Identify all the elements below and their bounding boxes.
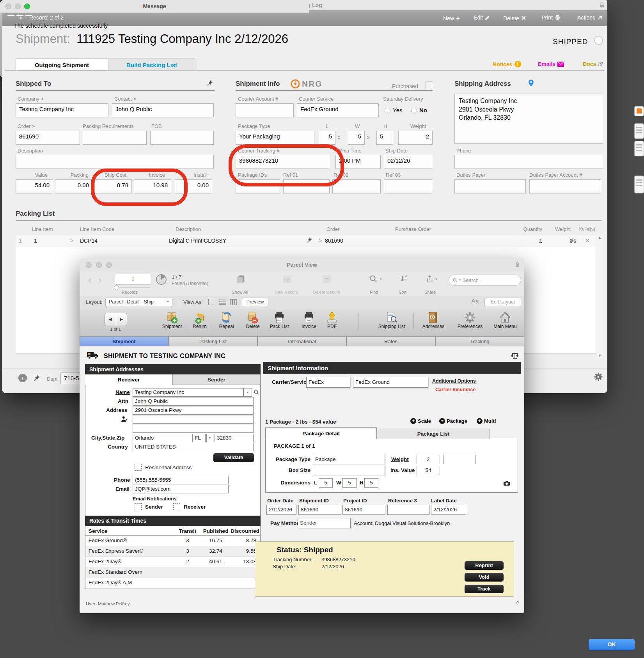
sort-caption[interactable]: Sort (399, 290, 406, 294)
fob-field[interactable] (150, 131, 214, 145)
view-list-icon[interactable] (219, 299, 226, 305)
rate-row[interactable]: FedEx Ground® 3 16.75 8.78 (85, 536, 260, 546)
duties-payer-field[interactable] (454, 179, 526, 193)
clear-all-icon[interactable]: ✕ (586, 226, 591, 232)
rate-row[interactable]: FedEx 2Day® A.M. (85, 578, 260, 588)
ship-date-field[interactable]: 02/12/26 (384, 155, 432, 169)
city-field[interactable]: Orlando (133, 434, 191, 442)
shipment-button[interactable]: Shipment (160, 311, 184, 329)
order-date-field[interactable]: 2/12/2026 (266, 505, 296, 515)
address1-field[interactable]: 2901 Osceola Pkwy (133, 406, 254, 415)
sender-tab[interactable]: Sender (173, 374, 260, 385)
tab-build-packing-list[interactable]: Build Packing List (108, 59, 195, 71)
ok-button[interactable]: OK (589, 639, 635, 650)
addresses-button[interactable]: Addresses (420, 311, 447, 329)
shipping-address-box[interactable]: Testing Company Inc 2901 Osceola Pkwy Or… (454, 94, 603, 144)
record-slider[interactable] (115, 287, 151, 288)
name-dropdown-icon[interactable]: ▾ (243, 388, 252, 397)
shipping-list-button[interactable]: Shipping List (375, 311, 408, 329)
country-field[interactable]: UNITED STATES (133, 443, 254, 451)
notify-receiver-checkbox[interactable] (173, 503, 180, 510)
weight-field[interactable]: 2 (398, 131, 433, 145)
dim-h-field[interactable]: 5 (364, 478, 378, 488)
additional-options-link[interactable]: Additional Options (432, 378, 476, 384)
info-icon[interactable]: i (18, 374, 27, 382)
state-dropdown-icon[interactable]: ▾ (206, 434, 213, 442)
pay-method-field[interactable]: Sender (298, 518, 351, 528)
ref02-field[interactable] (332, 179, 381, 193)
notices-link[interactable]: Notices! (493, 61, 521, 67)
phone-field[interactable] (454, 155, 603, 169)
new-button[interactable]: New+ (443, 14, 460, 22)
rate-row[interactable]: FedEx Standard Overn (85, 567, 260, 578)
address3-field[interactable] (133, 424, 254, 433)
parcel-tab-international[interactable]: International (257, 336, 346, 346)
sort-icon[interactable]: az (399, 275, 408, 283)
ins-value-field[interactable]: 54 (417, 466, 440, 475)
ship-time-field[interactable]: 2:00 PM (335, 155, 381, 169)
main-menu-button[interactable]: Main Menu (490, 311, 520, 329)
settings-gear-icon[interactable] (593, 372, 603, 382)
install-field[interactable]: 0.00 (175, 179, 212, 193)
parcel-tab-rates[interactable]: Rates (346, 336, 435, 346)
saturday-yes-radio[interactable] (385, 108, 390, 114)
order-field[interactable]: 861690 (16, 131, 80, 145)
repeat-button[interactable]: Repeat (215, 311, 238, 329)
print-button[interactable]: Print (541, 14, 561, 21)
share-caption[interactable]: Share (424, 290, 436, 294)
value-field[interactable]: 54.00 (16, 179, 53, 193)
format-text-icon[interactable]: Aa (471, 298, 479, 305)
search-input[interactable]: ▾ Search (449, 275, 521, 286)
notify-sender-checkbox[interactable] (135, 503, 142, 510)
return-button[interactable]: Return (188, 311, 211, 329)
find-icon[interactable] (369, 275, 378, 283)
zip-field[interactable]: 32830 (215, 434, 254, 442)
tab-outgoing-shipment[interactable]: Outgoing Shipment (16, 59, 108, 71)
record-nav-buttons[interactable]: ◀ ▶ (105, 313, 127, 326)
shipped-toggle[interactable] (594, 36, 603, 45)
attn-field[interactable]: John Q Public (133, 397, 254, 406)
new-record-icon[interactable]: + (283, 275, 291, 283)
actions-button[interactable]: Actions (575, 14, 603, 21)
carrier-insurance-link[interactable]: Carrier Insurance (435, 387, 476, 392)
view-table-icon[interactable] (230, 299, 237, 305)
packing-list-row[interactable]: 1 1 > DCP14 Digital C Print GLOSSY > 861… (16, 234, 596, 248)
receiver-tab[interactable]: Receiver (85, 374, 173, 385)
find-caption[interactable]: Find (370, 290, 378, 294)
show-all-icon[interactable] (236, 275, 246, 284)
pin-icon[interactable] (207, 80, 213, 86)
pdf-button[interactable]: PDF (322, 311, 342, 329)
rate-row[interactable]: FedEx 2Day® 2 40.61 13.08 (85, 557, 260, 568)
ship-cost-field[interactable]: 8.78 (94, 179, 132, 193)
packing-req-field[interactable] (83, 131, 147, 145)
invoice-field[interactable]: 10.98 (134, 179, 171, 193)
carrier-field[interactable]: FedEx (306, 377, 350, 388)
row-pin-icon[interactable] (306, 237, 312, 243)
package-type-field[interactable]: Your Packaging (236, 131, 314, 145)
name-search-icon[interactable] (254, 389, 259, 395)
edit-layout-button[interactable]: Edit Layout (484, 298, 521, 307)
packing-field[interactable]: 0.00 (55, 179, 92, 193)
desktop-thumbnail[interactable] (634, 123, 644, 139)
saturday-no-radio[interactable] (411, 108, 417, 114)
duties-account-field[interactable] (529, 179, 601, 193)
parcel-tab-packing-list[interactable]: Packing List (169, 336, 257, 346)
delete-record-icon[interactable]: − (323, 275, 331, 283)
rate-row[interactable]: FedEx Express Saver® 3 32.74 9.56 (85, 546, 260, 557)
courier-account-field[interactable] (236, 103, 294, 117)
add-multi-button[interactable]: +Multi (477, 418, 496, 424)
parcel-tab-shipment[interactable]: Shipment (80, 336, 169, 346)
height-field[interactable]: 5 (376, 131, 393, 145)
share-chevron-icon[interactable]: ▾ (435, 277, 437, 281)
camera-icon[interactable] (503, 481, 510, 486)
footer-pin-icon[interactable] (33, 374, 40, 381)
next-record-icon[interactable]: › (98, 275, 101, 286)
package-detail-tab[interactable]: Package Detail (265, 427, 377, 439)
courier-tracking-field[interactable]: 398688273210 (236, 155, 329, 169)
view-form-icon[interactable] (208, 299, 215, 305)
box-size-field[interactable] (313, 466, 385, 475)
row-delete-icon[interactable]: ✕ (585, 234, 590, 247)
void-button[interactable]: Void (465, 573, 504, 582)
address2-field[interactable] (133, 415, 254, 424)
package-list-tab[interactable]: Package List (377, 429, 490, 439)
